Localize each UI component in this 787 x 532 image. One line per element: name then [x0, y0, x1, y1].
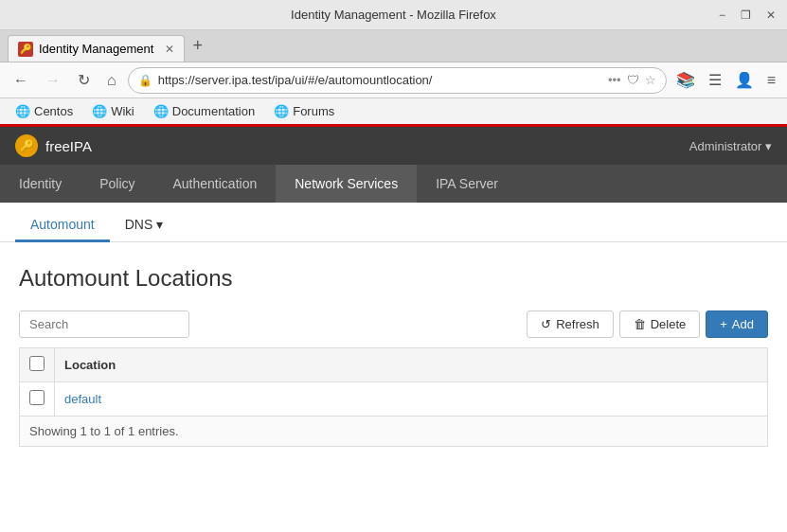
table-header: Location: [20, 348, 768, 382]
globe-icon-3: 🌐: [153, 104, 169, 118]
table-body: default: [20, 382, 768, 417]
row-checkbox[interactable]: [29, 390, 45, 405]
browser-titlebar: Identity Management - Mozilla Firefox − …: [0, 0, 787, 30]
add-label: Add: [732, 317, 754, 331]
nav-authentication-label: Authentication: [173, 176, 258, 191]
browser-controls: − ❐ ✕: [715, 7, 779, 24]
home-button[interactable]: ⌂: [101, 70, 122, 91]
address-more-button[interactable]: •••: [608, 73, 621, 87]
table-toolbar: 🔍 ↺ Refresh 🗑 Delete + Add: [19, 310, 768, 338]
bookmark-centos[interactable]: 🌐 Centos: [8, 101, 80, 121]
nav-item-ipa-server[interactable]: IPA Server: [417, 165, 517, 203]
select-all-header: [20, 348, 55, 382]
address-box[interactable]: 🔒 https://server.ipa.test/ipa/ui/#/e/aut…: [128, 67, 667, 94]
address-shield-icon: 🛡: [627, 73, 639, 87]
locations-table: Location default: [19, 347, 768, 417]
minimize-button[interactable]: −: [715, 7, 729, 24]
table-footer: Showing 1 to 1 of 1 entries.: [19, 417, 768, 447]
nav-ipa-server-label: IPA Server: [436, 176, 498, 191]
new-tab-button[interactable]: +: [185, 33, 210, 60]
reader-icon[interactable]: ☰: [705, 69, 725, 91]
nav-item-network-services[interactable]: Network Services: [276, 165, 417, 203]
page-title: Automount Locations: [19, 265, 768, 292]
reload-button[interactable]: ↻: [72, 69, 96, 91]
forward-button[interactable]: →: [40, 70, 66, 91]
row-checkbox-cell: [20, 382, 55, 417]
bookmark-centos-label: Centos: [34, 104, 73, 118]
nav-item-policy[interactable]: Policy: [80, 165, 153, 203]
app-logo-text: freeIPA: [45, 138, 92, 154]
delete-icon: 🗑: [634, 317, 646, 331]
add-icon: +: [720, 317, 727, 331]
search-box[interactable]: 🔍: [19, 310, 189, 338]
menu-icon[interactable]: ≡: [763, 70, 779, 91]
bookmark-icon[interactable]: ☆: [645, 73, 656, 87]
logo-icon: 🔑: [15, 134, 38, 157]
address-url: https://server.ipa.test/ipa/ui/#/e/autom…: [158, 73, 602, 87]
account-icon[interactable]: 👤: [731, 69, 758, 91]
bookmark-documentation[interactable]: 🌐 Documentation: [146, 101, 262, 121]
refresh-icon: ↺: [541, 317, 551, 331]
delete-label: Delete: [651, 317, 687, 331]
app-content: Automount Locations 🔍 ↺ Refresh 🗑 Delete: [0, 242, 787, 470]
add-button[interactable]: + Add: [706, 310, 768, 338]
nav-policy-label: Policy: [99, 176, 134, 191]
browser-bookmarks: 🌐 Centos 🌐 Wiki 🌐 Documentation 🌐 Forums: [0, 98, 787, 127]
library-icon[interactable]: 📚: [672, 69, 699, 91]
tab-label: Identity Management: [39, 42, 153, 56]
location-link[interactable]: default: [64, 392, 101, 406]
refresh-button[interactable]: ↺ Refresh: [527, 310, 614, 338]
bookmark-forums-label: Forums: [293, 104, 334, 118]
bookmark-wiki-label: Wiki: [111, 104, 134, 118]
table-header-row: Location: [20, 348, 768, 382]
close-button[interactable]: ✕: [762, 7, 779, 24]
tab-close-button[interactable]: ✕: [165, 43, 174, 56]
action-buttons: ↺ Refresh 🗑 Delete + Add: [527, 310, 768, 338]
tab-favicon: 🔑: [18, 42, 33, 57]
bookmark-wiki[interactable]: 🌐 Wiki: [84, 101, 142, 121]
restore-button[interactable]: ❐: [737, 7, 755, 24]
location-header: Location: [55, 348, 768, 382]
app-logo: 🔑 freeIPA: [15, 134, 92, 157]
subnav-dns-label: DNS ▾: [125, 217, 163, 232]
globe-icon-2: 🌐: [92, 104, 107, 118]
browser-title: Identity Management - Mozilla Firefox: [291, 8, 496, 22]
select-all-checkbox[interactable]: [29, 356, 45, 371]
globe-icon-4: 🌐: [274, 104, 289, 118]
row-location-cell: default: [55, 382, 768, 417]
browser-tabbar: 🔑 Identity Management ✕ +: [0, 30, 787, 62]
app-subnav: Automount DNS ▾: [0, 203, 787, 242]
globe-icon: 🌐: [15, 104, 30, 118]
nav-network-services-label: Network Services: [295, 176, 398, 191]
subnav-item-dns[interactable]: DNS ▾: [110, 209, 178, 242]
subnav-automount-label: Automount: [30, 217, 95, 232]
delete-button[interactable]: 🗑 Delete: [619, 310, 701, 338]
app-container: 🔑 freeIPA Administrator ▾ Identity Polic…: [0, 127, 787, 532]
nav-item-authentication[interactable]: Authentication: [154, 165, 277, 203]
refresh-label: Refresh: [556, 317, 599, 331]
nav-identity-label: Identity: [19, 176, 62, 191]
browser-right-icons: 📚 ☰ 👤 ≡: [672, 69, 779, 91]
bookmark-documentation-label: Documentation: [172, 104, 255, 118]
address-lock-icon: 🔒: [138, 74, 152, 87]
search-input[interactable]: [20, 311, 189, 337]
bookmark-forums[interactable]: 🌐 Forums: [266, 101, 342, 121]
subnav-item-automount[interactable]: Automount: [15, 209, 110, 242]
table-row: default: [20, 382, 768, 417]
nav-item-identity[interactable]: Identity: [0, 165, 80, 203]
active-tab[interactable]: 🔑 Identity Management ✕: [8, 35, 185, 62]
back-button[interactable]: ←: [8, 70, 34, 91]
app-user-menu[interactable]: Administrator ▾: [689, 139, 772, 153]
app-header: 🔑 freeIPA Administrator ▾: [0, 127, 787, 165]
app-nav: Identity Policy Authentication Network S…: [0, 165, 787, 203]
browser-addressbar: ← → ↻ ⌂ 🔒 https://server.ipa.test/ipa/ui…: [0, 62, 787, 98]
